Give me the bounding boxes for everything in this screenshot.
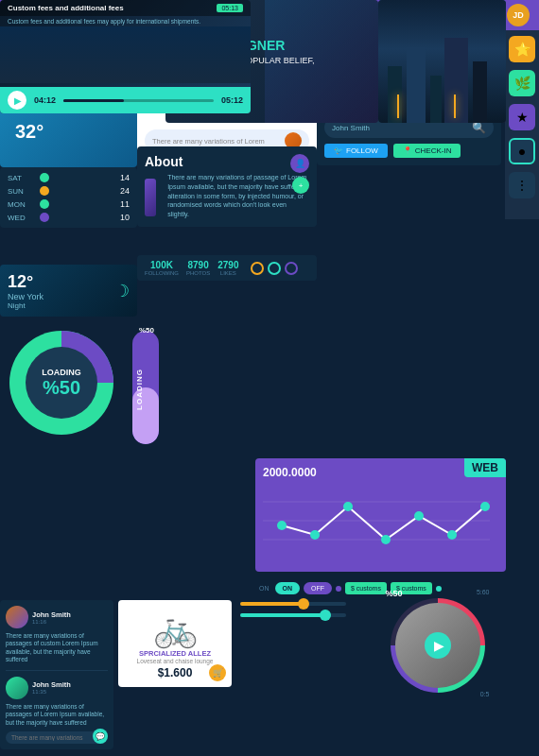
twitter-icon: 🐦 (334, 146, 343, 155)
mini-card-1: John Smith 11:16 There are many variatio… (0, 600, 113, 749)
loading-label: LOADING (42, 368, 81, 377)
chart-card: 2000.0000 WEB (255, 458, 506, 572)
loading-bar-percent: %50 (139, 326, 154, 335)
chart-value: 2000.0000 (263, 466, 498, 479)
video-player: Custom fees and additional fees 05:13 Cu… (0, 0, 251, 113)
weather-list: SAT 14 SUN 24 MON 11 WED 10 (0, 167, 137, 228)
weather-dot-sun (40, 186, 49, 196)
stats-row: 100K FOLLOWING 8790 PHOTOS 2790 LIKES (137, 255, 317, 281)
circle-purple (285, 262, 298, 275)
temp-wed: 10 (120, 213, 130, 222)
right-search-text: John Smith (332, 124, 472, 132)
day-sun: SUN (8, 187, 36, 196)
bike-card: 🚲 SPRCIALIZED ALLEZ Loveseat and chaise … (118, 600, 232, 687)
circle-orange (251, 262, 264, 275)
svg-point-5 (277, 521, 287, 530)
video-badge: 05:13 (217, 4, 243, 12)
mini-time-1b: 11:35 (32, 689, 71, 695)
temp-sun: 24 (120, 186, 130, 196)
sidebar-icon-star[interactable]: ⭐ (509, 36, 535, 62)
svg-point-9 (414, 511, 424, 521)
night-temp: 12° (8, 272, 43, 292)
stat-following: 100K FOLLOWING (145, 260, 179, 276)
time-start: 5:60 (477, 589, 490, 595)
stat-following-label: FOLLOWING (145, 270, 179, 276)
loading-bar-label: LOADING (135, 369, 144, 410)
play-button[interactable]: ▶ (8, 91, 26, 110)
slider-area (236, 591, 350, 628)
video-title: Custom fees and additional fees (8, 4, 217, 12)
video-subtitle: Custom fees and additional fees may appl… (0, 16, 251, 26)
mini-card-1b: John Smith 11:35 There are many variatio… (6, 670, 108, 727)
mini-avatar-1b (6, 677, 28, 699)
bike-desc: Loveseat and chaise lounge (126, 658, 224, 664)
bike-icon: 🚲 (126, 608, 224, 649)
slider-handle-2[interactable] (320, 610, 331, 621)
video-play-icon: ▶ (434, 638, 444, 653)
chart-svg (263, 483, 490, 549)
svg-point-11 (480, 502, 490, 511)
donut-percent: %50 (386, 589, 403, 598)
stat-likes-num: 2790 (217, 260, 238, 270)
play-icon: ▶ (14, 95, 22, 106)
video-progress-fill (63, 99, 124, 102)
day-mon: MON (8, 200, 36, 209)
add-to-cart-button[interactable]: 🛒 (209, 664, 226, 681)
right-sidebar: ⭐ 🌿 ★ ● ⋮ (505, 30, 539, 219)
about-green-icon: + (292, 177, 309, 194)
stat-photos-num: 8790 (186, 260, 210, 270)
stat-likes-label: LIKES (217, 270, 238, 276)
sidebar-icon-star2[interactable]: ★ (509, 104, 535, 130)
video-header: Custom fees and additional fees 05:13 (0, 0, 251, 16)
weather-temp: 32° (15, 121, 43, 143)
loading-donut: LOADING %50 (0, 321, 123, 444)
about-card: 👤 + About There are many variations of p… (137, 146, 317, 227)
slider-fill-2 (240, 613, 325, 617)
slider-handle-1[interactable] (298, 598, 309, 610)
city-image (378, 0, 506, 123)
slider-track-2[interactable] (240, 613, 346, 617)
follow-button[interactable]: 🐦 FOLLOW (324, 144, 388, 158)
toggle-dot-2 (436, 586, 442, 592)
stat-following-num: 100K (145, 260, 179, 270)
loading-percent: %50 (42, 377, 81, 399)
weather-dot-sat (40, 173, 49, 182)
video-controls: ▶ 04:12 05:12 (0, 87, 251, 113)
weather-row-sat: SAT 14 (0, 171, 137, 184)
checkin-button[interactable]: 📍 CHECK-IN (393, 144, 461, 158)
svg-point-8 (381, 535, 391, 544)
time-end: 0:5 (480, 691, 490, 697)
temp-mon: 11 (120, 199, 130, 209)
video-progress-bar[interactable] (63, 99, 214, 102)
sidebar-icon-grid[interactable]: ⋮ (509, 172, 535, 198)
about-title: About (145, 154, 309, 169)
video-overlay: ▶ (395, 603, 480, 688)
chat-icon[interactable]: 💬 (93, 729, 108, 744)
slider-track-1[interactable] (240, 602, 346, 606)
stat-photos: 8790 PHOTOS (186, 260, 210, 276)
weather-row-mon: MON 11 (0, 198, 137, 211)
mini-text-1b: There are many variations of passages of… (6, 703, 108, 727)
sidebar-icon-dot[interactable]: ● (509, 138, 535, 164)
moon-icon: ☽ (114, 281, 130, 301)
svg-point-6 (310, 530, 320, 540)
temp-sat: 14 (120, 173, 130, 182)
night-city: New York (8, 292, 43, 301)
mini-text-1: There are many variations of passages of… (6, 632, 108, 664)
video-play-button[interactable]: ▶ (425, 632, 451, 659)
web-badge: WEB (464, 458, 506, 477)
night-label: Night (8, 301, 43, 310)
weather-night: 12° New York Night ☽ (0, 265, 137, 317)
day-wed: WED (8, 214, 36, 222)
search-icon: 🔍 (472, 121, 486, 134)
day-sat: SAT (8, 174, 36, 182)
donut-container: ▶ %50 5:60 0:5 (386, 593, 490, 697)
nav-avatar: JD (507, 4, 530, 26)
weather-row-sun: SUN 24 (0, 184, 137, 198)
mini-name-1b: John Smith (32, 680, 71, 689)
svg-point-7 (343, 502, 353, 511)
sidebar-icon-leaf[interactable]: 🌿 (509, 70, 535, 96)
svg-point-10 (447, 530, 457, 540)
circles-row (251, 262, 298, 275)
profile-search-text: There are many variations of Lorem (152, 137, 285, 146)
